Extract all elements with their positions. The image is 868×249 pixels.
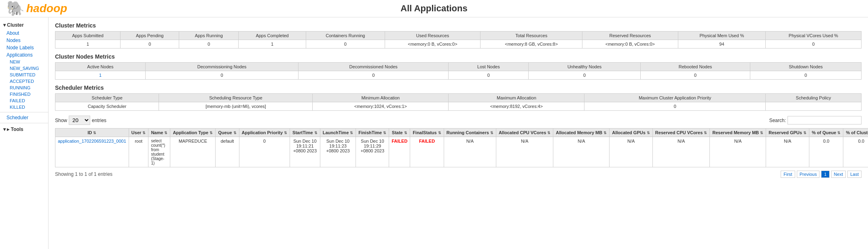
th-final-status[interactable]: FinalStatus ⇅ [410, 129, 444, 137]
th-queue[interactable]: Queue ⇅ [216, 129, 239, 137]
sidebar-item-failed[interactable]: FAILED [0, 97, 48, 104]
td-alloc-mem: N/A [553, 137, 610, 167]
hadoop-logo-text: hadoop [26, 2, 67, 15]
val-min-allocation: <memory:1024, vCores:1> [313, 102, 449, 111]
th-reserved-mem[interactable]: Reserved Memory MB ⇅ [710, 129, 766, 137]
cluster-metrics-table: Apps Submitted Apps Pending Apps Running… [55, 31, 862, 49]
col-scheduling-resource: Scheduling Resource Type [159, 94, 313, 102]
td-pct-queue: 0.0 [809, 137, 843, 167]
prev-page-btn[interactable]: Previous [797, 171, 820, 178]
td-launch-time: Sun Dec 10 19:11:23 +0800 2023 [320, 137, 356, 167]
tools-section[interactable]: ▸ Tools [0, 125, 48, 134]
applications-table: ID ⇅ User ⇅ Name ⇅ Application Type ⇅ Qu… [55, 128, 868, 167]
entries-label: entries [92, 118, 106, 123]
th-alloc-gpus[interactable]: Allocated GPUs ⇅ [610, 129, 653, 137]
val-scheduling-resource: [memory-mb (unit=Mi), vcores] [159, 102, 313, 111]
sidebar: Cluster About Nodes Node Labels Applicat… [0, 17, 49, 249]
val-decommissioning: 0 [146, 71, 299, 80]
val-apps-submitted: 1 [55, 40, 121, 49]
col-apps-pending: Apps Pending [121, 32, 179, 40]
last-page-btn[interactable]: Last [847, 171, 862, 178]
col-unhealthy-nodes: Unhealthy Nodes [529, 63, 640, 71]
th-app-type[interactable]: Application Type ⇅ [170, 129, 216, 137]
td-app-type: MAPREDUCE [170, 137, 216, 167]
th-reserved-gpus[interactable]: Reserved GPUs ⇅ [766, 129, 809, 137]
sidebar-item-nodes[interactable]: Nodes [0, 37, 48, 44]
val-scheduler-type: Capacity Scheduler [55, 102, 159, 111]
sidebar-item-accepted[interactable]: ACCEPTED [0, 78, 48, 84]
td-running-containers: N/A [444, 137, 496, 167]
sidebar-item-submitted[interactable]: SUBMITTED [0, 72, 48, 78]
col-physical-mem: Physical Mem Used % [678, 32, 765, 40]
sidebar-item-running[interactable]: RUNNING [0, 84, 48, 91]
page-1-btn[interactable]: 1 [821, 171, 829, 178]
th-finish-time[interactable]: FinishTime ⇅ [356, 129, 389, 137]
cluster-section[interactable]: Cluster [0, 21, 48, 30]
elephant-icon: 🐘 [6, 0, 25, 17]
th-user[interactable]: User ⇅ [129, 129, 148, 137]
th-id[interactable]: ID ⇅ [55, 129, 129, 137]
val-lost-nodes: 0 [449, 71, 529, 80]
th-start-time[interactable]: StartTime ⇅ [290, 129, 320, 137]
td-reserved-mem: N/A [710, 137, 766, 167]
th-priority[interactable]: Application Priority ⇅ [239, 129, 290, 137]
sidebar-item-new-saving[interactable]: NEW_SAVING [0, 65, 48, 72]
col-rebooted-nodes: Rebooted Nodes [640, 63, 750, 71]
td-reserved-cpu: N/A [652, 137, 709, 167]
col-scheduling-policy: Scheduling Policy [765, 94, 861, 102]
td-reserved-gpus: N/A [766, 137, 809, 167]
content-area: Cluster Metrics Apps Submitted Apps Pend… [49, 17, 868, 249]
col-containers-running: Containers Running [306, 32, 385, 40]
sidebar-item-about[interactable]: About [0, 30, 48, 37]
table-footer: Showing 1 to 1 of 1 entries First Previo… [55, 171, 862, 178]
val-active-nodes[interactable]: 1 [55, 71, 146, 80]
col-apps-running: Apps Running [179, 32, 238, 40]
first-page-btn[interactable]: First [781, 171, 795, 178]
col-decommissioned: Decommissioned Nodes [299, 63, 449, 71]
sidebar-item-finished[interactable]: FINISHED [0, 91, 48, 97]
th-pct-queue[interactable]: % of Queue ⇅ [809, 129, 843, 137]
next-page-btn[interactable]: Next [831, 171, 846, 178]
val-apps-completed: 1 [238, 40, 306, 49]
val-physical-vcores: 0 [766, 40, 862, 49]
td-finish-time: Sun Dec 10 19:11:29 +0800 2023 [356, 137, 389, 167]
scheduler-metrics-table: Scheduler Type Scheduling Resource Type … [55, 93, 862, 111]
th-state[interactable]: State ⇅ [389, 129, 410, 137]
val-apps-running: 0 [179, 40, 238, 49]
td-pct-cluster: 0.0 [843, 137, 868, 167]
app-id-link[interactable]: application_1702206591223_0001 [58, 139, 126, 143]
table-row: application_1702206591223_0001rootselect… [55, 137, 868, 167]
th-pct-cluster[interactable]: % of Cluster ⇅ [843, 129, 868, 137]
td-start-time: Sun Dec 10 19:11:21 +0800 2023 [290, 137, 320, 167]
sidebar-item-node-labels[interactable]: Node Labels [0, 44, 48, 51]
val-max-allocation: <memory:8192, vCores:4> [449, 102, 584, 111]
th-launch-time[interactable]: LaunchTime ⇅ [320, 129, 356, 137]
cluster-nodes-title: Cluster Nodes Metrics [55, 53, 862, 60]
val-scheduling-policy [765, 102, 861, 111]
col-physical-vcores: Physical VCores Used % [766, 32, 862, 40]
th-name[interactable]: Name ⇅ [148, 129, 170, 137]
td-name: select count(*) from student (Stage-1) [148, 137, 170, 167]
val-apps-pending: 0 [121, 40, 179, 49]
show-label: Show [55, 118, 67, 123]
sidebar-item-new[interactable]: NEW [0, 59, 48, 65]
td-alloc-gpus: N/A [610, 137, 653, 167]
showing-text: Showing 1 to 1 of 1 entries [55, 171, 112, 177]
col-max-allocation: Maximum Allocation [449, 94, 584, 102]
th-alloc-mem[interactable]: Allocated Memory MB ⇅ [553, 129, 610, 137]
table-controls: Show 10 20 50 100 entries Search: [55, 116, 862, 125]
entries-select[interactable]: 10 20 50 100 [69, 116, 90, 125]
th-reserved-cpu[interactable]: Reserved CPU VCores ⇅ [652, 129, 709, 137]
col-used-resources: Used Resources [385, 32, 481, 40]
val-shutdown-nodes: 0 [750, 71, 862, 80]
sidebar-item-scheduler[interactable]: Scheduler [0, 114, 48, 121]
sidebar-item-applications[interactable]: Applications [0, 51, 48, 59]
th-running-containers[interactable]: Running Containers ⇅ [444, 129, 496, 137]
search-input[interactable] [788, 116, 862, 124]
sidebar-item-killed[interactable]: KILLED [0, 104, 48, 110]
td-queue: default [216, 137, 239, 167]
col-min-allocation: Minimum Allocation [313, 94, 449, 102]
col-apps-completed: Apps Completed [238, 32, 306, 40]
col-total-resources: Total Resources [481, 32, 582, 40]
th-alloc-cpu[interactable]: Allocated CPU VCores ⇅ [496, 129, 553, 137]
